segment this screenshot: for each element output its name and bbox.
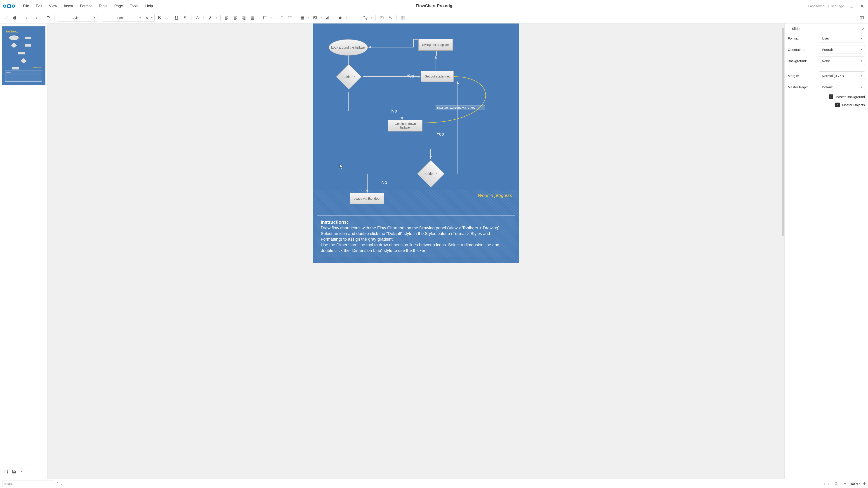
insert-symbol-icon[interactable]: [399, 14, 407, 22]
tooltip: Fast tool-switching via "t" key: [436, 105, 485, 110]
print-icon[interactable]: [11, 14, 19, 22]
vertical-scrollbar[interactable]: [782, 28, 784, 236]
zoom-out-button[interactable]: −: [843, 481, 846, 486]
svg-point-61: [9, 35, 19, 40]
undo-icon[interactable]: [23, 14, 31, 22]
close-icon[interactable]: [860, 3, 865, 9]
master-background-checkbox[interactable]: ✓: [829, 94, 833, 99]
font-color-dropdown[interactable]: ▾: [202, 17, 206, 19]
svg-point-48: [364, 16, 365, 17]
menu-format[interactable]: Format: [77, 2, 95, 9]
edge-label-no2: No: [381, 180, 387, 185]
svg-marker-87: [368, 46, 371, 48]
svg-rect-64: [25, 44, 31, 46]
align-right-icon[interactable]: [240, 14, 248, 22]
new-slide-icon[interactable]: [4, 469, 9, 475]
edge-label-no1: No: [391, 108, 397, 113]
font-select[interactable]: Font: [102, 14, 143, 22]
insert-connector-icon[interactable]: [362, 14, 369, 22]
menu-file[interactable]: File: [20, 2, 32, 9]
align-left-icon[interactable]: [223, 14, 230, 22]
align-justify-icon[interactable]: [249, 14, 256, 22]
insert-chart-icon[interactable]: [324, 14, 332, 22]
svg-marker-93: [457, 81, 459, 84]
svg-rect-4: [47, 16, 49, 17]
insert-connector-dropdown[interactable]: ▾: [370, 17, 373, 19]
properties-panel: ⌄ Slide ⤢ Format: User Orientation: Port…: [784, 24, 868, 479]
drawing-page[interactable]: Look around the hallway Swing net at spi…: [313, 24, 519, 263]
search-next-icon[interactable]: ⌄: [60, 482, 63, 486]
prop-orientation-select[interactable]: Portrait: [819, 45, 865, 54]
underline-button[interactable]: U: [173, 14, 180, 22]
search-prev-icon[interactable]: ⌃: [56, 482, 59, 486]
redo-icon[interactable]: [32, 14, 39, 22]
search-input[interactable]: Search: [2, 481, 54, 487]
node-swing[interactable]: Swing net at spider: [418, 39, 453, 51]
menu-tools[interactable]: Tools: [127, 2, 142, 9]
menu-page[interactable]: Page: [111, 2, 126, 9]
props-section-header[interactable]: ⌄ Slide ⤢: [784, 25, 868, 33]
page-next-icon[interactable]: ›: [828, 482, 829, 486]
line-spacing-icon[interactable]: [261, 14, 269, 22]
numbered-list-icon[interactable]: 123: [278, 14, 285, 22]
strikethrough-button[interactable]: S: [181, 14, 189, 22]
master-objects-checkbox[interactable]: ✓: [835, 103, 840, 107]
insert-image-dropdown[interactable]: ▾: [320, 17, 323, 19]
toolbar: Style Font 9 B I U S A ▾ ▾ ▾ 123 ▾ ▾ ▾: [0, 12, 868, 24]
sidebar-toggle-icon[interactable]: [858, 14, 866, 22]
bullet-list-icon[interactable]: [286, 14, 294, 22]
highlight-dropdown[interactable]: ▾: [215, 17, 218, 19]
edge-label-yes1: Yes: [407, 73, 414, 78]
bold-button[interactable]: B: [156, 14, 163, 22]
insert-image-icon[interactable]: [311, 14, 319, 22]
insert-table-dropdown[interactable]: ▾: [307, 17, 310, 19]
duplicate-slide-icon[interactable]: [11, 469, 17, 475]
settings-icon[interactable]: [849, 3, 855, 9]
node-continue[interactable]: Continue down hallway: [388, 120, 423, 131]
menu-table[interactable]: Table: [95, 2, 111, 9]
font-size-select[interactable]: 9: [144, 14, 155, 22]
menu-edit[interactable]: Edit: [33, 2, 45, 9]
menu-view[interactable]: View: [46, 2, 60, 9]
statusbar: Search ⌃ ⌄ ‹ › − 100%▾ +: [0, 479, 868, 488]
menu-help[interactable]: Help: [142, 2, 156, 9]
canvas-area[interactable]: Look around the hallway Swing net at spi…: [48, 24, 784, 479]
app-logo[interactable]: [3, 4, 15, 8]
insert-table-icon[interactable]: [299, 14, 306, 22]
expand-icon[interactable]: ⤢: [862, 27, 865, 31]
svg-text:Spider Season: Spider Season: [6, 30, 16, 32]
insert-hyperlink-icon[interactable]: [386, 14, 394, 22]
accept-icon[interactable]: [2, 14, 10, 22]
menu-insert[interactable]: Insert: [61, 2, 76, 9]
zoom-level[interactable]: 100%▾: [849, 482, 860, 486]
node-leave[interactable]: Leave via Exit door: [350, 193, 384, 204]
instructions-box[interactable]: Instructions: Draw flow chart icons with…: [317, 216, 515, 257]
node-spiders2[interactable]: Spiders?: [417, 160, 445, 188]
zoom-in-button[interactable]: +: [863, 481, 866, 486]
svg-point-46: [339, 17, 342, 19]
svg-rect-44: [327, 17, 328, 19]
node-spiders1[interactable]: Spiders?: [336, 64, 362, 90]
format-paint-icon[interactable]: [44, 14, 52, 22]
line-spacing-dropdown[interactable]: ▾: [270, 17, 273, 19]
font-color-button[interactable]: A: [194, 14, 202, 22]
insert-shape-dropdown[interactable]: ▾: [345, 17, 348, 19]
style-select[interactable]: Style: [57, 14, 97, 22]
prop-background-select[interactable]: None: [819, 57, 865, 65]
slide-thumbnail-1[interactable]: Spider Season company flowchart project …: [2, 26, 45, 85]
highlight-button[interactable]: [206, 14, 214, 22]
page-prev-icon[interactable]: ‹: [824, 482, 825, 486]
align-center-icon[interactable]: [231, 14, 239, 22]
prop-format-select[interactable]: User: [819, 34, 865, 42]
prop-master-page-select[interactable]: Default: [819, 83, 865, 91]
prop-margin-select[interactable]: Normal (0.75"): [819, 71, 865, 80]
zoom-search-icon[interactable]: [833, 480, 840, 488]
node-getnet[interactable]: Get out spider net: [421, 71, 454, 82]
insert-textbox-icon[interactable]: A: [378, 14, 385, 22]
insert-line-icon[interactable]: [349, 14, 357, 22]
delete-slide-icon[interactable]: [19, 469, 24, 475]
insert-shape-icon[interactable]: [336, 14, 344, 22]
italic-button[interactable]: I: [164, 14, 172, 22]
node-start[interactable]: Look around the hallway: [329, 39, 368, 56]
svg-text:Instructions: Instructions: [6, 72, 11, 73]
